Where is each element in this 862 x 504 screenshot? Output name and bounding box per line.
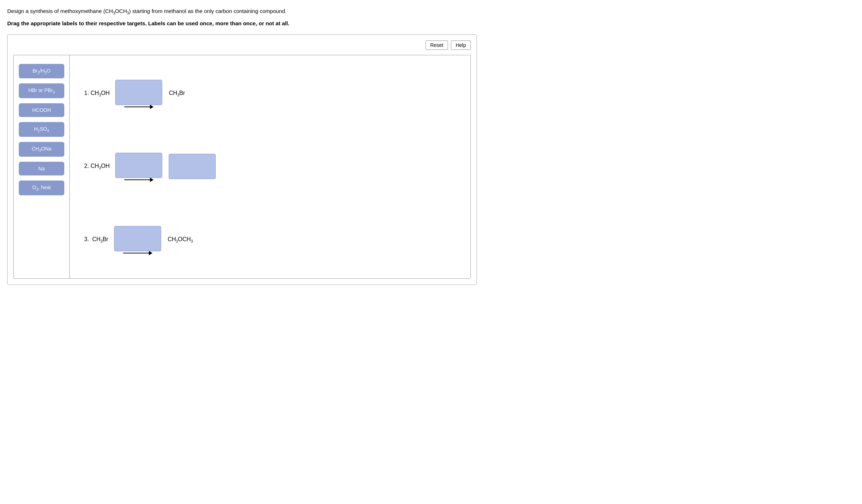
label-hcooh[interactable]: HCOOH [19, 103, 64, 117]
reactions-area: 1. CH3OH CH3Br 2. CH3OH [70, 55, 470, 278]
step-3-product: CH3OCH3 [168, 236, 193, 243]
arrow-line-3 [123, 253, 152, 253]
step-1-reactant: 1. CH3OH [84, 90, 109, 97]
arrow-3 [123, 253, 152, 253]
instruction-text: Drag the appropriate labels to their res… [7, 19, 477, 28]
labels-sidebar: Br2/H2O HBr or PBr3 HCOOH H2SO4 CH3ONa N… [14, 55, 70, 278]
help-button[interactable]: Help [451, 40, 471, 50]
top-buttons: Reset Help [13, 40, 471, 50]
arrow-line-1 [124, 107, 153, 107]
label-na[interactable]: Na [19, 162, 64, 175]
page-container: Design a synthesis of methoxymethane (CH… [7, 7, 477, 285]
label-br2h2o[interactable]: Br2/H2O [19, 64, 64, 79]
step-row-3: 3. CH3Br CH3OCH3 [84, 226, 193, 253]
inner-box: Br2/H2O HBr or PBr3 HCOOH H2SO4 CH3ONa N… [13, 55, 471, 279]
step-row-2: 2. CH3OH [84, 153, 216, 180]
reagent-drop-2[interactable] [115, 153, 162, 178]
reaction-step-1: 1. CH3OH CH3Br [84, 80, 456, 107]
reagent-wrapper-3 [114, 226, 161, 253]
reaction-step-3: 3. CH3Br CH3OCH3 [84, 226, 456, 253]
step-2-reactant: 2. CH3OH [84, 163, 109, 170]
step-row-1: 1. CH3OH CH3Br [84, 80, 185, 107]
reaction-step-2: 2. CH3OH [84, 153, 456, 180]
arrow-2 [124, 179, 153, 180]
reset-button[interactable]: Reset [426, 40, 448, 50]
outer-box: Reset Help Br2/H2O HBr or PBr3 HCOOH H2S… [7, 34, 477, 285]
arrow-line-2 [124, 179, 153, 180]
reagent-wrapper-1 [115, 80, 162, 107]
arrow-1 [124, 107, 153, 107]
reagent-drop-3[interactable] [114, 226, 161, 251]
label-h2so4[interactable]: H2SO4 [19, 122, 64, 137]
label-hbr[interactable]: HBr or PBr3 [19, 83, 64, 98]
step-1-product: CH3Br [169, 90, 185, 97]
product-drop-2[interactable] [169, 154, 216, 179]
reagent-wrapper-2 [115, 153, 162, 180]
reagent-drop-1[interactable] [115, 80, 162, 105]
step-3-reactant: 3. CH3Br [84, 236, 108, 243]
label-o2heat[interactable]: O2, heat [19, 181, 64, 195]
question-text: Design a synthesis of methoxymethane (CH… [7, 7, 477, 16]
label-ch3ona[interactable]: CH3ONa [19, 142, 64, 157]
